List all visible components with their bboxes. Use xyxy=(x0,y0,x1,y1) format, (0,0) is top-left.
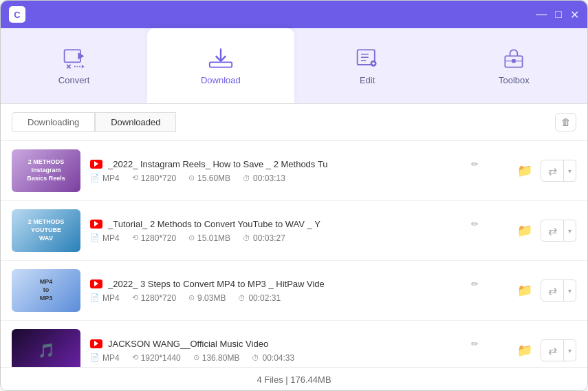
clock-icon: ⏱ xyxy=(243,234,250,242)
open-folder-button-4[interactable]: 📁 xyxy=(514,340,535,361)
file-actions-3: 📁 ⇄ ▾ xyxy=(514,279,576,302)
main-container: Downloading Downloaded 🗑 2 METHODSInstag… xyxy=(1,104,587,391)
status-text: 4 Files | 176.44MB xyxy=(257,374,331,385)
subtab-downloaded[interactable]: Downloaded xyxy=(95,112,176,132)
open-folder-button-1[interactable]: 📁 xyxy=(514,160,535,181)
minimize-button[interactable]: — xyxy=(536,8,547,21)
convert-dropdown-4[interactable]: ▾ xyxy=(563,340,576,361)
file-actions-2: 📁 ⇄ ▾ xyxy=(514,220,576,242)
file-info-3: _2022_ 3 Steps to Convert MP4 to MP3 _ H… xyxy=(90,279,505,303)
edit-icon-4[interactable]: ✏ xyxy=(471,339,479,349)
table-row: 2 METHODSYOUTUBEWAV _Tutorial_ 2 Methods… xyxy=(1,201,587,261)
file-icon: 📄 xyxy=(90,293,100,302)
file-actions-4: 📁 ⇄ ▾ xyxy=(514,339,576,361)
clock-icon: ⏱ xyxy=(252,354,259,362)
resolution-1: ⟲ 1280*720 xyxy=(132,173,176,183)
trash-icon: 🗑 xyxy=(561,117,570,127)
nav-tabs: Convert Download Edit Toolbox xyxy=(1,28,587,104)
file-title-1: _2022_ Instagram Reels_ How to Save _ 2 … xyxy=(108,159,466,169)
format-1: 📄 MP4 xyxy=(90,173,120,183)
file-title-3: _2022_ 3 Steps to Convert MP4 to MP3 _ H… xyxy=(108,279,466,289)
table-row: 2 METHODSInstagramBasics Reels _2022_ In… xyxy=(1,141,587,201)
convert-dropdown-2[interactable]: ▾ xyxy=(563,220,576,241)
convert-button-4[interactable]: ⇄ ▾ xyxy=(541,339,576,361)
file-list: 2 METHODSInstagramBasics Reels _2022_ In… xyxy=(1,141,587,367)
tab-toolbox-label: Toolbox xyxy=(499,75,530,85)
tab-download-label: Download xyxy=(201,75,241,85)
tab-edit[interactable]: Edit xyxy=(294,28,441,103)
convert-button-3[interactable]: ⇄ ▾ xyxy=(541,279,576,302)
convert-button-1[interactable]: ⇄ ▾ xyxy=(541,160,576,182)
resolution-icon: ⟲ xyxy=(132,293,138,302)
svg-marker-5 xyxy=(81,65,84,68)
delete-all-button[interactable]: 🗑 xyxy=(555,113,576,131)
format-4: 📄 MP4 xyxy=(90,353,120,363)
file-actions-1: 📁 ⇄ ▾ xyxy=(514,160,576,182)
tab-convert[interactable]: Convert xyxy=(1,28,147,103)
svg-rect-17 xyxy=(512,59,516,63)
file-info-4: JACKSON WANG__Official Music Video ✏ 📄 M… xyxy=(90,339,505,363)
file-info-2: _Tutorial_ 2 Methods to Convert YouTube … xyxy=(90,219,505,243)
close-button[interactable]: ✕ xyxy=(570,8,579,21)
svg-rect-6 xyxy=(210,62,232,67)
duration-1: ⏱ 00:03:13 xyxy=(243,173,285,183)
size-2: ⊙ 15.01MB xyxy=(188,233,230,243)
edit-icon-3[interactable]: ✏ xyxy=(471,279,479,289)
tab-toolbox[interactable]: Toolbox xyxy=(441,28,587,103)
window-controls[interactable]: — □ ✕ xyxy=(536,8,579,21)
tab-download[interactable]: Download xyxy=(147,28,294,103)
table-row: 🎵 JACKSON WANG__Official Music Video ✏ 📄… xyxy=(1,321,587,367)
thumbnail-3: MP4toMP3 xyxy=(12,269,80,312)
clock-icon: ⏱ xyxy=(238,294,246,302)
thumbnail-2: 2 METHODSYOUTUBEWAV xyxy=(12,209,80,252)
resolution-4: ⟲ 1920*1440 xyxy=(132,353,181,363)
thumbnail-4: 🎵 xyxy=(12,329,80,367)
open-folder-button-3[interactable]: 📁 xyxy=(514,280,535,301)
file-info-1: _2022_ Instagram Reels_ How to Save _ 2 … xyxy=(90,159,505,183)
app-logo: C xyxy=(9,6,25,23)
resolution-icon: ⟲ xyxy=(132,173,138,182)
subtab-downloading[interactable]: Downloading xyxy=(12,112,95,132)
convert-dropdown-1[interactable]: ▾ xyxy=(563,160,576,181)
convert-button-2[interactable]: ⇄ ▾ xyxy=(541,220,576,242)
clock-icon: ⏱ xyxy=(243,174,250,182)
duration-2: ⏱ 00:03:27 xyxy=(243,233,285,243)
youtube-icon xyxy=(90,339,102,348)
size-icon: ⊙ xyxy=(188,293,195,302)
resolution-3: ⟲ 1280*720 xyxy=(132,293,176,303)
format-3: 📄 MP4 xyxy=(90,293,120,303)
size-icon: ⊙ xyxy=(188,173,195,182)
file-icon: 📄 xyxy=(90,353,100,362)
convert-icon-btn-3[interactable]: ⇄ xyxy=(541,280,563,301)
open-folder-button-2[interactable]: 📁 xyxy=(514,220,535,241)
duration-4: ⏱ 00:04:33 xyxy=(252,353,294,363)
duration-3: ⏱ 00:02:31 xyxy=(238,293,281,303)
size-icon: ⊙ xyxy=(188,233,195,242)
file-title-2: _Tutorial_ 2 Methods to Convert YouTube … xyxy=(108,219,466,229)
resolution-icon: ⟲ xyxy=(132,353,138,362)
thumbnail-1: 2 METHODSInstagramBasics Reels xyxy=(12,149,80,192)
size-1: ⊙ 15.60MB xyxy=(188,173,230,183)
youtube-icon xyxy=(90,279,102,288)
size-4: ⊙ 136.80MB xyxy=(193,353,240,363)
convert-dropdown-3[interactable]: ▾ xyxy=(563,280,576,301)
youtube-icon xyxy=(90,220,102,229)
edit-icon-1[interactable]: ✏ xyxy=(471,159,479,169)
convert-icon-btn-1[interactable]: ⇄ xyxy=(541,160,563,181)
convert-icon-btn-2[interactable]: ⇄ xyxy=(541,220,563,241)
maximize-button[interactable]: □ xyxy=(555,8,562,21)
youtube-icon xyxy=(90,160,102,169)
status-bar: 4 Files | 176.44MB xyxy=(1,367,587,391)
resolution-icon: ⟲ xyxy=(132,233,138,242)
svg-marker-1 xyxy=(78,52,84,60)
resolution-2: ⟲ 1280*720 xyxy=(132,233,176,243)
tab-convert-label: Convert xyxy=(58,75,90,85)
file-title-4: JACKSON WANG__Official Music Video xyxy=(108,339,466,349)
size-icon: ⊙ xyxy=(193,353,199,362)
format-2: 📄 MP4 xyxy=(90,233,120,243)
tab-edit-label: Edit xyxy=(360,75,375,85)
table-row: MP4toMP3 _2022_ 3 Steps to Convert MP4 t… xyxy=(1,261,587,321)
convert-icon-btn-4[interactable]: ⇄ xyxy=(541,340,563,361)
title-bar: C — □ ✕ xyxy=(1,1,587,28)
edit-icon-2[interactable]: ✏ xyxy=(471,219,479,229)
